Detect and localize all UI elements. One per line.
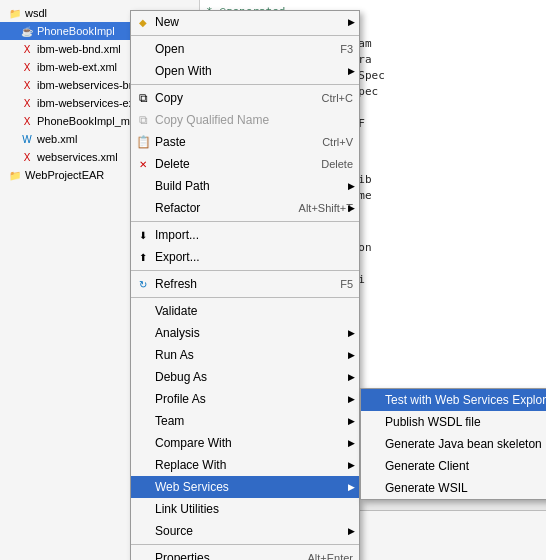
menu-label: Paste [155, 135, 312, 149]
menu-label: Run As [155, 348, 353, 362]
folder-icon: 📁 [8, 6, 22, 20]
paste-icon: 📋 [135, 134, 151, 150]
menu-item-gen-client[interactable]: Generate Client [361, 455, 546, 477]
menu-shortcut: Alt+Shift+T [299, 202, 353, 214]
import-icon: ⬇ [135, 227, 151, 243]
menu-item-open[interactable]: Open F3 [131, 38, 359, 60]
tree-label: ibm-web-ext.xml [37, 61, 117, 73]
menu-item-export[interactable]: ⬆ Export... [131, 246, 359, 268]
menu-label: Build Path [155, 179, 353, 193]
menu-item-gen-wsil[interactable]: Generate WSIL [361, 477, 546, 499]
menu-label: Properties [155, 551, 297, 560]
menu-label: Link Utilities [155, 502, 353, 516]
menu-label: Open [155, 42, 330, 56]
menu-item-properties[interactable]: Properties Alt+Enter [131, 547, 359, 560]
menu-label: Generate WSIL [385, 481, 546, 495]
menu-item-link-utilities[interactable]: Link Utilities [131, 498, 359, 520]
menu-item-delete[interactable]: ✕ Delete Delete [131, 153, 359, 175]
menu-item-publish-wsdl[interactable]: Publish WSDL file [361, 411, 546, 433]
context-menu: ◆ New Open F3 Open With ⧉ Copy Ctrl+C ⧉ … [130, 10, 360, 560]
menu-item-replace-with[interactable]: Replace With [131, 454, 359, 476]
menu-label: Copy Qualified Name [155, 113, 353, 127]
menu-item-test-ws-explorer[interactable]: Test with Web Services Explorer [361, 389, 546, 411]
menu-label: Export... [155, 250, 353, 264]
menu-item-copy[interactable]: ⧉ Copy Ctrl+C [131, 87, 359, 109]
menu-shortcut: Alt+Enter [307, 552, 353, 560]
tree-label: WebProjectEAR [25, 169, 104, 181]
export-icon: ⬆ [135, 249, 151, 265]
xml-icon: X [20, 150, 34, 164]
tree-label: ibm-webservices-br [37, 79, 132, 91]
menu-label: Validate [155, 304, 353, 318]
menu-label: Open With [155, 64, 353, 78]
menu-item-build-path[interactable]: Build Path [131, 175, 359, 197]
refresh-icon: ↻ [135, 276, 151, 292]
menu-item-analysis[interactable]: Analysis [131, 322, 359, 344]
copy-icon: ⧉ [135, 90, 151, 106]
xml-icon: X [20, 96, 34, 110]
delete-icon: ✕ [135, 156, 151, 172]
menu-shortcut: F3 [340, 43, 353, 55]
menu-item-open-with[interactable]: Open With [131, 60, 359, 82]
menu-item-team[interactable]: Team [131, 410, 359, 432]
menu-label: Refactor [155, 201, 289, 215]
menu-shortcut: F5 [340, 278, 353, 290]
menu-separator [131, 297, 359, 298]
tree-label: PhoneBookImpl_ma [37, 115, 136, 127]
menu-item-run-as[interactable]: Run As [131, 344, 359, 366]
xml-icon: X [20, 60, 34, 74]
menu-shortcut: Ctrl+C [322, 92, 353, 104]
menu-item-source[interactable]: Source [131, 520, 359, 542]
menu-label: Team [155, 414, 353, 428]
menu-separator [131, 270, 359, 271]
menu-item-refactor[interactable]: Refactor Alt+Shift+T [131, 197, 359, 219]
menu-item-compare-with[interactable]: Compare With [131, 432, 359, 454]
xml-icon: X [20, 78, 34, 92]
menu-shortcut: Ctrl+V [322, 136, 353, 148]
menu-item-profile-as[interactable]: Profile As [131, 388, 359, 410]
folder-icon: 📁 [8, 168, 22, 182]
java-icon: ☕ [20, 24, 34, 38]
menu-label: Import... [155, 228, 353, 242]
menu-item-debug-as[interactable]: Debug As [131, 366, 359, 388]
tree-label: webservices.xml [37, 151, 118, 163]
menu-label: Web Services [155, 480, 353, 494]
menu-label: Analysis [155, 326, 353, 340]
menu-label: Profile As [155, 392, 353, 406]
menu-label: Publish WSDL file [385, 415, 546, 429]
menu-item-copy-qualified[interactable]: ⧉ Copy Qualified Name [131, 109, 359, 131]
menu-item-paste[interactable]: 📋 Paste Ctrl+V [131, 131, 359, 153]
menu-label: Replace With [155, 458, 353, 472]
tree-label: wsdl [25, 7, 47, 19]
menu-label: Refresh [155, 277, 330, 291]
menu-shortcut: Delete [321, 158, 353, 170]
copy-q-icon: ⧉ [135, 112, 151, 128]
tree-label: ibm-webservices-ex [37, 97, 134, 109]
xml-icon: X [20, 42, 34, 56]
menu-separator [131, 221, 359, 222]
menu-label: Test with Web Services Explorer [385, 393, 546, 407]
menu-item-refresh[interactable]: ↻ Refresh F5 [131, 273, 359, 295]
menu-label: Compare With [155, 436, 353, 450]
menu-item-import[interactable]: ⬇ Import... [131, 224, 359, 246]
menu-label: Generate Client [385, 459, 546, 473]
menu-label: Copy [155, 91, 312, 105]
menu-item-validate[interactable]: Validate [131, 300, 359, 322]
tree-label: web.xml [37, 133, 77, 145]
xml-icon: X [20, 114, 34, 128]
menu-item-new[interactable]: ◆ New [131, 11, 359, 33]
menu-item-gen-java-bean[interactable]: Generate Java bean skeleton [361, 433, 546, 455]
menu-label: New [155, 15, 353, 29]
web-icon: W [20, 132, 34, 146]
menu-label: Debug As [155, 370, 353, 384]
menu-separator [131, 544, 359, 545]
menu-label: Source [155, 524, 353, 538]
menu-item-web-services[interactable]: Web Services [131, 476, 359, 498]
menu-separator [131, 35, 359, 36]
menu-label: Generate Java bean skeleton [385, 437, 546, 451]
new-icon: ◆ [135, 14, 151, 30]
menu-label: Delete [155, 157, 311, 171]
tree-label: ibm-web-bnd.xml [37, 43, 121, 55]
submenu-web-services: Test with Web Services Explorer Publish … [360, 388, 546, 500]
tree-label: PhoneBookImpl [37, 25, 115, 37]
